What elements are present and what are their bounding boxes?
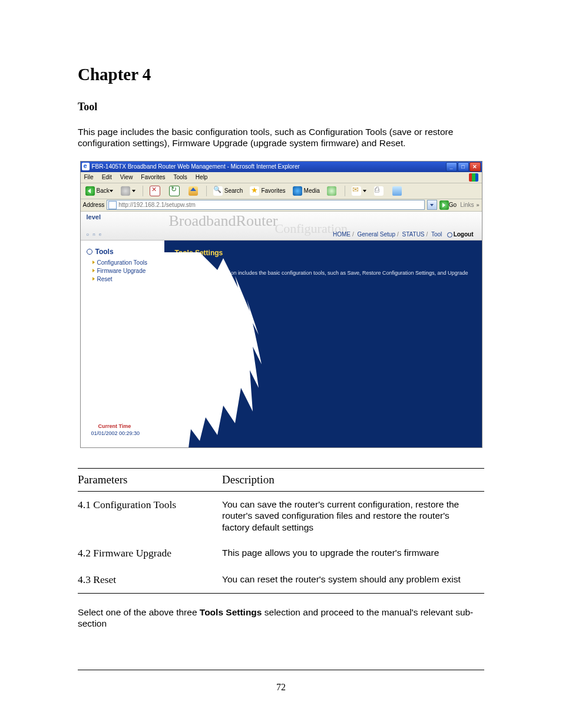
brand-logo-bottom: o n e — [87, 232, 103, 237]
embedded-screenshot: FBR-1405TX Broadband Router Web Manageme… — [80, 161, 482, 448]
brand-main-text: BroadbandRouter — [169, 212, 278, 230]
mail-button[interactable] — [349, 185, 369, 197]
table-row: 4.1 Configuration Tools You can save the… — [78, 491, 484, 540]
intro-paragraph: This page includes the basic configurati… — [78, 126, 484, 149]
go-button[interactable] — [439, 200, 449, 210]
footer-rule — [78, 670, 484, 670]
page-number: 72 — [0, 682, 562, 693]
triangle-icon — [92, 269, 95, 272]
sidebar-item-firmware-upgrade[interactable]: Firmware Upgrade — [92, 268, 162, 274]
brand-logo-top: level — [87, 213, 101, 220]
toolbar: Back Search Favorites Media — [81, 183, 482, 199]
forward-icon — [121, 186, 130, 196]
stop-button[interactable] — [147, 185, 164, 197]
sidebar-item-reset[interactable]: Reset — [92, 276, 162, 282]
ie-icon — [82, 163, 90, 170]
triangle-icon — [92, 277, 95, 281]
nav-general-setup[interactable]: General Setup — [358, 231, 396, 238]
address-input[interactable]: http://192.168.2.1/setupw.stm — [107, 200, 425, 210]
menu-favorites[interactable]: Favorites — [141, 174, 165, 180]
current-time-label: Current Time — [98, 423, 131, 429]
param-desc: You can reset the router's system should… — [222, 566, 484, 594]
page-icon — [108, 201, 117, 209]
triangle-icon — [92, 261, 95, 264]
links-label[interactable]: Links — [460, 202, 474, 208]
history-button[interactable] — [325, 185, 340, 197]
table-row: 4.2 Firmware Upgrade This page allows yo… — [78, 540, 484, 566]
search-icon — [213, 186, 223, 196]
parameters-table: Parameters Description 4.1 Configuration… — [78, 468, 484, 594]
address-value: http://192.168.2.1/setupw.stm — [118, 202, 196, 208]
logout-bullet-icon — [447, 232, 452, 238]
pane-text: The Tools Settings section includes the … — [175, 270, 471, 283]
mail-icon — [352, 186, 361, 196]
col-header-description: Description — [222, 468, 484, 491]
nav-logout[interactable]: Logout — [454, 231, 474, 238]
forward-button[interactable] — [118, 185, 138, 197]
media-icon — [293, 186, 302, 196]
menu-file[interactable]: File — [84, 174, 94, 180]
menu-edit[interactable]: Edit — [102, 174, 112, 180]
nav-home[interactable]: HOME — [333, 231, 351, 238]
minimize-button[interactable]: _ — [446, 162, 457, 172]
back-icon — [85, 186, 95, 196]
menu-help[interactable]: Help — [196, 174, 208, 180]
top-nav: HOME/ General Setup/ STATUS/ Tool Logout — [333, 231, 474, 238]
param-name: 4.1 Configuration Tools — [78, 491, 222, 540]
table-row: 4.3 Reset You can reset the router's sys… — [78, 566, 484, 594]
links-expand-icon[interactable]: » — [476, 202, 479, 208]
param-desc: You can save the router's current config… — [222, 491, 484, 540]
col-header-parameters: Parameters — [78, 468, 222, 491]
main-pane: Tools Settings The Tools Settings sectio… — [164, 241, 482, 448]
window-title: FBR-1405TX Broadband Router Web Manageme… — [92, 163, 300, 170]
branding-band: level o n e BroadbandRouter Configuratio… — [81, 212, 482, 241]
print-icon — [374, 186, 384, 196]
edit-button[interactable] — [390, 185, 406, 197]
maximize-button[interactable]: □ — [458, 162, 469, 172]
circle-icon — [87, 249, 92, 255]
menu-bar: File Edit View Favorites Tools Help — [81, 172, 482, 183]
nav-status[interactable]: STATUS — [402, 231, 425, 238]
close-button[interactable]: ✕ — [470, 162, 481, 172]
window-titlebar: FBR-1405TX Broadband Router Web Manageme… — [81, 162, 482, 172]
menu-view[interactable]: View — [120, 174, 133, 180]
current-time-value: 01/01/2002 00:29:30 — [91, 430, 140, 436]
closing-paragraph: Select one of the above three Tools Sett… — [78, 607, 484, 630]
address-bar: Address http://192.168.2.1/setupw.stm Go… — [81, 199, 482, 212]
star-icon — [250, 186, 259, 196]
address-dropdown[interactable] — [427, 200, 437, 210]
home-button[interactable] — [186, 185, 202, 197]
edit-icon — [392, 186, 402, 196]
windows-flag-icon — [469, 173, 478, 182]
home-icon — [189, 186, 198, 196]
pane-title: Tools Settings — [175, 249, 471, 257]
nav-tool[interactable]: Tool — [431, 231, 442, 238]
router-sidebar: Tools Configuration Tools Firmware Upgra… — [81, 241, 164, 448]
chapter-title: Chapter 4 — [78, 65, 484, 84]
history-icon — [327, 186, 336, 196]
param-desc: This page allows you to upgrade the rout… — [222, 540, 484, 566]
back-button[interactable]: Back — [83, 185, 116, 197]
address-label: Address — [83, 202, 105, 208]
favorites-button[interactable]: Favorites — [247, 185, 287, 197]
sidebar-heading[interactable]: Tools — [87, 248, 162, 256]
print-button[interactable] — [372, 185, 388, 197]
sidebar-item-config-tools[interactable]: Configuration Tools — [92, 259, 162, 266]
refresh-button[interactable] — [167, 185, 184, 197]
refresh-icon — [169, 186, 180, 196]
param-name: 4.3 Reset — [78, 566, 222, 594]
menu-tools[interactable]: Tools — [173, 174, 187, 180]
param-name: 4.2 Firmware Upgrade — [78, 540, 222, 566]
search-button[interactable]: Search — [211, 185, 246, 197]
media-button[interactable]: Media — [290, 185, 322, 197]
section-title: Tool — [78, 101, 484, 113]
go-label: Go — [449, 202, 457, 208]
stop-icon — [150, 186, 160, 196]
